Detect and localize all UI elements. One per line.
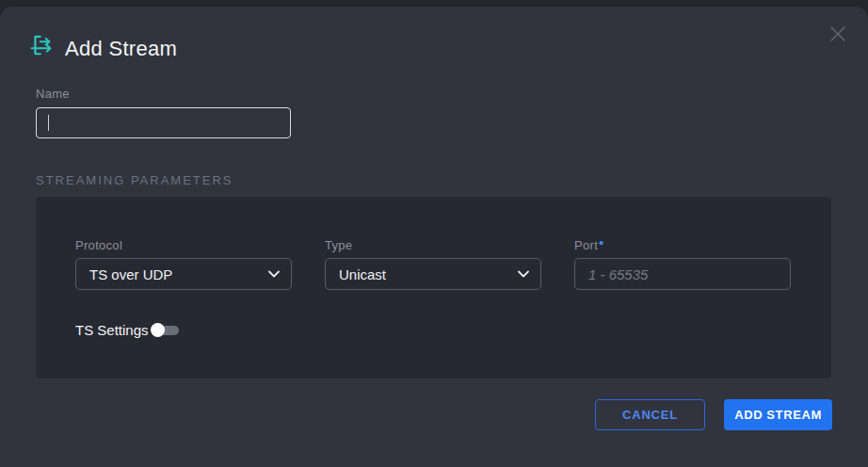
close-button[interactable] [825,21,851,47]
toggle-knob [151,323,165,337]
protocol-label: Protocol [75,238,122,252]
type-select[interactable]: Unicast [325,258,541,290]
protocol-selected-value: TS over UDP [89,266,172,282]
port-field-wrapper [574,258,791,290]
stream-export-icon [30,33,55,57]
ts-settings-toggle[interactable] [151,323,179,337]
name-label: Name [36,87,70,101]
ts-settings-label: TS Settings [75,322,149,338]
text-caret [48,115,49,131]
chevron-down-icon [268,270,280,278]
protocol-select[interactable]: TS over UDP [75,258,292,290]
cancel-button[interactable]: CANCEL [595,399,705,430]
section-header-streaming-parameters: STREAMING PARAMETERS [36,173,233,187]
add-stream-button[interactable]: ADD STREAM [724,399,832,430]
required-marker: • [599,234,604,250]
add-stream-dialog: Add Stream Name STREAMING PARAMETERS Pro… [0,7,868,467]
port-label: Port• [574,238,604,252]
dialog-title: Add Stream [65,37,177,61]
name-input[interactable] [36,107,291,138]
chevron-down-icon [518,270,529,278]
type-selected-value: Unicast [339,266,386,282]
streaming-parameters-panel: Protocol Type Port• TS over UDP Unicast … [36,197,831,378]
close-icon [828,24,848,44]
port-input[interactable] [588,259,779,289]
type-label: Type [325,238,352,252]
